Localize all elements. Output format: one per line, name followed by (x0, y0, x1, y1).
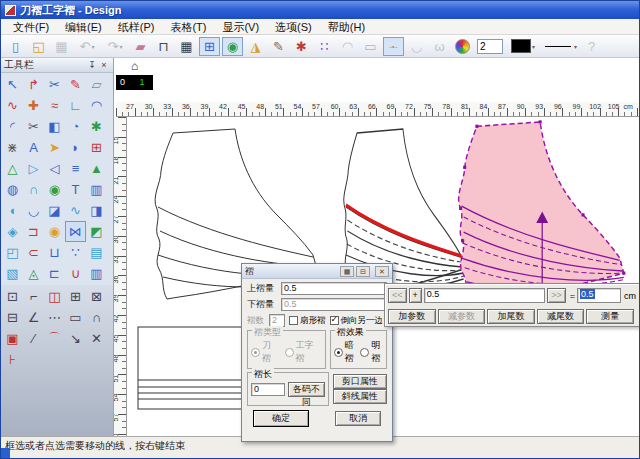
calc-button-3[interactable]: 减尾数 (537, 309, 585, 324)
result-input[interactable]: 0.5 (577, 288, 621, 303)
sidebar-tool-45[interactable]: ▧ (2, 263, 23, 284)
pattern-piece-selected[interactable] (459, 120, 626, 307)
sidebar-tool-10[interactable]: ◜ (2, 116, 23, 137)
sidebar-tool-46[interactable]: ◬ (23, 263, 44, 284)
worktable-icon[interactable]: ⊓ (153, 37, 174, 56)
menu-table[interactable]: 表格(T) (162, 19, 214, 35)
sidebar-tool-59[interactable]: ∩ (86, 307, 107, 328)
sidebar-tool-16[interactable]: A (23, 137, 44, 158)
sidebar-tool-44[interactable]: ▤ (86, 242, 107, 263)
calc-button-0[interactable]: 加参数 (388, 309, 436, 324)
sidebar-tool-20[interactable]: △ (2, 158, 23, 179)
sidebar-tool-40[interactable]: ◰ (2, 242, 23, 263)
calc-button-4[interactable]: 测量 (586, 309, 634, 324)
sidebar-tool-3[interactable]: ✎ (65, 74, 86, 95)
sidebar-tool-31[interactable]: ◡ (23, 200, 44, 221)
sidebar-tool-52[interactable]: ◫ (44, 286, 65, 307)
sidebar-tool-65[interactable]: ⊦ (2, 349, 23, 370)
eraser-icon[interactable]: ▰ (130, 37, 151, 56)
sidebar-tool-47[interactable]: ⊏ (44, 263, 65, 284)
sidebar-tool-13[interactable]: ◔ (65, 116, 86, 137)
sidebar-tool-6[interactable]: ✚ (23, 95, 44, 116)
sidebar-tool-62[interactable]: ⌒ (44, 328, 65, 349)
new-file-icon[interactable]: ▯ (5, 37, 26, 56)
sidebar-tool-14[interactable]: ✱ (86, 116, 107, 137)
sidebar-tool-54[interactable]: ⊠ (86, 286, 107, 307)
ok-button[interactable]: 确定 (253, 410, 309, 427)
sidebar-tool-2[interactable]: ✂ (44, 74, 65, 95)
calc-button-2[interactable]: 加尾数 (487, 309, 535, 324)
menu-options[interactable]: 选项(S) (267, 19, 320, 35)
sidebar-tool-64[interactable]: ✕ (86, 328, 107, 349)
sidebar-tool-51[interactable]: ⌐ (23, 286, 44, 307)
sidebar-tool-50[interactable]: ⊡ (2, 286, 23, 307)
sidebar-tool-34[interactable]: ◨ (86, 200, 107, 221)
cancel-button[interactable]: 取消 (335, 411, 381, 426)
sidebar-tool-56[interactable]: ∠ (23, 307, 44, 328)
title-bar[interactable]: 刀褶工字褶 - Design (1, 1, 639, 19)
sidebar-tool-55[interactable]: ⊟ (2, 307, 23, 328)
sidebar-tool-22[interactable]: ◁ (44, 158, 65, 179)
dialog-close-button[interactable]: ✕ (375, 266, 389, 277)
sidebar-tool-28[interactable]: T (65, 179, 86, 200)
sidebar-tool-29[interactable]: ▥ (86, 179, 107, 200)
size-0[interactable]: 0 (120, 77, 125, 87)
sidebar-tool-39[interactable]: ◩ (86, 221, 107, 242)
sidebar-tool-21[interactable]: ▷ (23, 158, 44, 179)
sidebar-tool-24[interactable]: ▲ (86, 158, 107, 179)
sidebar-tool-63[interactable]: ↘ (65, 328, 86, 349)
sidebar-tool-19[interactable]: ⊞ (86, 137, 107, 158)
menu-edit[interactable]: 编辑(E) (57, 19, 110, 35)
sidebar-tool-53[interactable]: ⊞ (65, 286, 86, 307)
sidebar-tool-23[interactable]: ≡ (65, 158, 86, 179)
sidebar-tool-12[interactable]: ◧ (44, 116, 65, 137)
plus-button[interactable]: + (409, 288, 422, 303)
three-d-view-icon[interactable]: ◮ (245, 37, 266, 56)
sidebar-tool-8[interactable]: ∟ (65, 95, 86, 116)
drill-line-icon[interactable]: -•- (383, 37, 404, 56)
menu-file[interactable]: 文件(F) (5, 19, 57, 35)
pleat-dialog-titlebar[interactable]: 褶 ▦ ⊟ ✕ (242, 264, 392, 279)
sidebar-tool-48[interactable]: ∪ (65, 263, 86, 284)
sidebar-tool-37[interactable]: ◉ (44, 221, 65, 242)
sidebar-tool-11[interactable]: ✂ (23, 116, 44, 137)
brush-icon[interactable]: ✎ (268, 37, 289, 56)
sidebar-tool-43[interactable]: ∵ (65, 242, 86, 263)
show-piece-icon[interactable]: ◉ (222, 37, 243, 56)
notch-props-button[interactable]: 剪口属性 (333, 374, 387, 389)
line-style-icon[interactable]: ▾ (541, 37, 579, 56)
sidebar-tool-26[interactable]: ∩ (23, 179, 44, 200)
sidebar-tool-15[interactable]: ⋇ (2, 137, 23, 158)
sidebar-tool-33[interactable]: ∿ (65, 200, 86, 221)
link-nodes-icon[interactable]: ✱ (291, 37, 312, 56)
menu-help[interactable]: 帮助(H) (320, 19, 373, 35)
pattern-window-icon[interactable]: ⊞ (199, 37, 220, 56)
line-color-icon[interactable]: ▾ (507, 37, 539, 56)
sidebar-tool-18[interactable]: ◗ (65, 137, 86, 158)
sidebar-tool-49[interactable]: ▥ (86, 263, 107, 284)
sidebar-tool-5[interactable]: ∿ (2, 95, 23, 116)
flip-side-checkbox[interactable] (330, 316, 339, 325)
sidebar-tool-7[interactable]: ≈ (44, 95, 65, 116)
pin-icon[interactable]: ↧ (86, 60, 98, 70)
dialog-collapse-button[interactable]: ⊟ (356, 266, 370, 277)
menu-view[interactable]: 显示(V) (214, 19, 267, 35)
visible-pleat-radio[interactable] (360, 348, 369, 357)
sidebar-tool-57[interactable]: ⋯ (44, 307, 65, 328)
sidebar-tool-25[interactable]: ◍ (2, 179, 23, 200)
expression-input[interactable]: 0.5 (424, 288, 545, 303)
color-wheel-icon[interactable] (452, 37, 473, 56)
size-1[interactable]: 1 (140, 77, 145, 87)
sidebar-tool-9[interactable]: ◠ (86, 95, 107, 116)
sidebar-tool-17[interactable]: ➤ (44, 137, 65, 158)
sidebar-tool-58[interactable]: ▭ (65, 307, 86, 328)
color-points-icon[interactable]: ∷ (314, 37, 335, 56)
sidebar-tool-36[interactable]: ⊐ (23, 221, 44, 242)
diagonal-props-button[interactable]: 斜线属性 (333, 389, 387, 404)
sidebar-tool-61[interactable]: ∕ (23, 328, 44, 349)
piece-list-panel[interactable]: ⌂ 0 1 (116, 58, 153, 90)
spec-table-icon[interactable]: ▦ (176, 37, 197, 56)
sidebar-tool-27[interactable]: ◉ (44, 179, 65, 200)
sidebar-tool-4[interactable]: ▱ (86, 74, 107, 95)
sidebar-tool-38[interactable]: ⋈ (65, 221, 86, 242)
